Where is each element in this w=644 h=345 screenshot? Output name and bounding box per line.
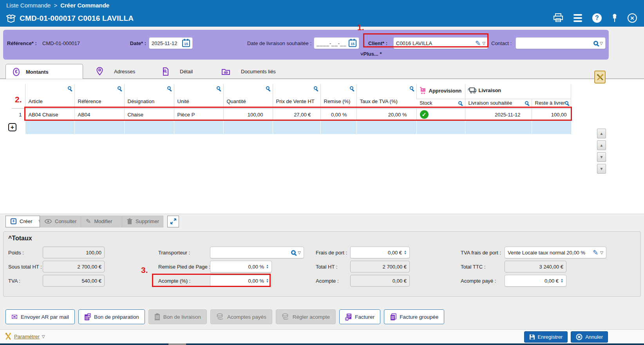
help-icon[interactable]: ? bbox=[592, 13, 602, 23]
calendar-icon[interactable]: 15 bbox=[182, 40, 190, 47]
spinner-icon[interactable]: ▲▼ bbox=[404, 250, 407, 255]
tva-frais-label: TVA frais de port : bbox=[461, 247, 501, 259]
transporteur-field[interactable]: ▽ bbox=[210, 247, 304, 258]
col-prix-vente[interactable]: Prix de Vente HT bbox=[273, 84, 320, 109]
search-icon[interactable] bbox=[565, 101, 568, 105]
move-row-bottom-button[interactable]: ▼ bbox=[597, 164, 606, 174]
date-input[interactable]: 2025-11-12 15 bbox=[149, 37, 193, 49]
search-icon[interactable] bbox=[458, 101, 462, 105]
modify-line-button[interactable]: ✎ Modifier bbox=[81, 216, 122, 227]
grid-settings-button[interactable] bbox=[594, 71, 606, 84]
regler-acompte-button[interactable]: Régler acompte bbox=[276, 309, 336, 324]
pencil-icon[interactable]: ✎ bbox=[593, 249, 598, 256]
tab-montants[interactable]: € Montants bbox=[5, 64, 83, 79]
cell-prix[interactable]: 27,00 € bbox=[273, 109, 320, 121]
col-quantite[interactable]: Quantité bbox=[223, 84, 273, 109]
breadcrumb-list-commande[interactable]: Liste Commande bbox=[6, 2, 51, 9]
horizontal-scrollbar[interactable] bbox=[0, 343, 644, 345]
plus-toggle[interactable]: ˅Plus... * bbox=[360, 51, 382, 57]
enregistrer-button[interactable]: Enregistrer bbox=[524, 331, 568, 343]
tab-detail[interactable]: Détail bbox=[155, 64, 202, 79]
acompte-pct-field[interactable]: 0,00 % ▲▼ bbox=[210, 275, 272, 287]
frais-port-field[interactable]: 0,00 € ▲▼ bbox=[350, 247, 410, 258]
move-row-top-button[interactable]: ▲ bbox=[597, 129, 606, 138]
totals-title[interactable]: ^Totaux bbox=[8, 235, 32, 242]
acomptes-payes-button[interactable]: Acomptes payés bbox=[210, 309, 272, 324]
remise-pied-field[interactable]: 0,00 % ▲▼ bbox=[210, 261, 272, 272]
acompte-paye-field[interactable]: 0,00 € ▲▼ bbox=[505, 275, 566, 287]
spinner-icon[interactable]: ▲▼ bbox=[561, 278, 563, 283]
tab-adresses[interactable]: Adresses bbox=[89, 64, 148, 79]
search-icon[interactable] bbox=[410, 86, 413, 90]
cell-tva[interactable]: 20,00 % bbox=[356, 109, 416, 121]
search-icon[interactable] bbox=[314, 86, 317, 90]
chevron-down-icon[interactable]: ▽ bbox=[600, 41, 603, 45]
search-icon[interactable] bbox=[167, 86, 171, 90]
tva-frais-field[interactable]: Vente Locale taux normal 20,00 % ✎ ▽ bbox=[505, 247, 606, 258]
bon-livraison-button[interactable]: Bon de livraison bbox=[148, 309, 207, 324]
cell-designation[interactable]: Chaise bbox=[124, 109, 174, 121]
col-unite[interactable]: Unité bbox=[174, 84, 223, 109]
cell-livraison[interactable]: 2025-11-12 bbox=[465, 109, 532, 121]
transporteur-label: Transporteur : bbox=[158, 247, 190, 259]
chevron-down-icon[interactable]: ▽ bbox=[298, 251, 301, 255]
calendar-icon[interactable]: 15 bbox=[349, 40, 356, 47]
spinner-icon[interactable]: ▲▼ bbox=[266, 264, 269, 269]
col-reste-a-livrer[interactable]: Reste à livrer bbox=[532, 99, 571, 108]
row-number-header bbox=[12, 84, 25, 109]
pencil-icon[interactable]: ✎ bbox=[475, 40, 481, 47]
print-icon[interactable] bbox=[553, 13, 563, 23]
chevron-down-icon[interactable]: ▽ bbox=[42, 334, 45, 339]
envoyer-ar-button[interactable]: ✉ Envoyer AR par mail bbox=[5, 309, 75, 324]
pin-icon[interactable] bbox=[612, 13, 617, 23]
cell-quantite[interactable]: 100,00 bbox=[223, 109, 273, 121]
bon-preparation-button[interactable]: Bon de préparation bbox=[78, 309, 145, 324]
cell-remise[interactable]: 0,00 % bbox=[320, 109, 356, 121]
facture-groupee-button[interactable]: Facture groupée bbox=[384, 309, 444, 324]
spinner-icon[interactable]: ▲▼ bbox=[266, 278, 269, 283]
search-icon[interactable] bbox=[593, 41, 598, 45]
col-taux-tva[interactable]: Taux de TVA (%) bbox=[356, 84, 416, 109]
col-designation[interactable]: Désignation bbox=[124, 84, 174, 109]
expand-grid-button[interactable] bbox=[167, 216, 179, 227]
tab-documents-lies[interactable]: Documents liés bbox=[215, 64, 293, 79]
add-row-icon[interactable] bbox=[8, 123, 16, 131]
col-livraison-souhaitee[interactable]: Livraison souhaitée bbox=[465, 99, 532, 108]
new-line-row[interactable] bbox=[12, 121, 571, 134]
search-icon[interactable] bbox=[525, 101, 528, 105]
facturer-button[interactable]: € Facturer bbox=[339, 309, 380, 324]
consult-line-button[interactable]: Consulter bbox=[40, 216, 81, 227]
col-stock[interactable]: Stock bbox=[416, 99, 465, 108]
move-row-down-button[interactable]: ▼ bbox=[597, 152, 606, 162]
search-icon[interactable] bbox=[291, 250, 296, 255]
invoice-icon: € bbox=[345, 313, 352, 321]
cell-reference[interactable]: AB04 bbox=[74, 109, 124, 121]
scrollbar-thumb[interactable] bbox=[168, 343, 186, 345]
cell-unite[interactable]: Pièce P bbox=[174, 109, 223, 121]
table-row[interactable]: 1 AB04 Chaise AB04 Chaise Pièce P 100,00… bbox=[12, 109, 571, 121]
chevron-down-icon[interactable]: ▽ bbox=[600, 251, 603, 255]
col-remise[interactable]: Remise (%) bbox=[320, 84, 356, 109]
col-reference[interactable]: Référence bbox=[74, 84, 124, 109]
search-icon[interactable] bbox=[350, 86, 353, 90]
create-line-button[interactable]: Créer ▽ bbox=[5, 216, 40, 227]
annuler-button[interactable]: Annuler bbox=[571, 331, 608, 343]
page-title: CMD-01-000017 C0016 LAVILLA bbox=[20, 14, 134, 23]
parametrer-link[interactable]: Paramétrer ▽ bbox=[5, 332, 45, 340]
search-icon[interactable] bbox=[68, 86, 71, 90]
delete-line-button[interactable]: Supprimer bbox=[122, 216, 163, 227]
chevron-down-icon[interactable]: ▽ bbox=[482, 41, 485, 45]
search-icon[interactable] bbox=[118, 86, 121, 90]
delivery-date-input[interactable]: ____-__-__ 15 bbox=[314, 37, 359, 49]
cell-reste[interactable]: 100,00 bbox=[532, 109, 571, 121]
menu-icon[interactable] bbox=[573, 14, 582, 22]
col-article[interactable]: Article bbox=[25, 84, 74, 109]
close-icon[interactable]: ✕ bbox=[628, 13, 637, 23]
search-icon[interactable] bbox=[217, 86, 220, 90]
cell-article[interactable]: AB04 Chaise bbox=[25, 109, 74, 121]
breadcrumb: Liste Commande > Créer Commande bbox=[6, 2, 109, 9]
move-row-up-button[interactable]: ▲ bbox=[597, 140, 606, 150]
search-icon[interactable] bbox=[266, 86, 270, 90]
client-input[interactable]: C0016 LAVILLA ✎ ▽ bbox=[393, 37, 488, 49]
contact-input[interactable]: ▽ bbox=[516, 37, 606, 49]
